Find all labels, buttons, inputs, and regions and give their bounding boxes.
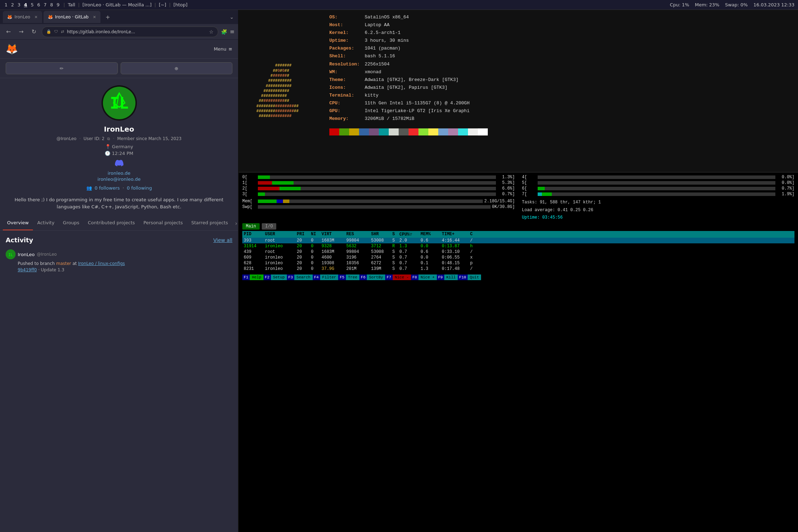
bookmark-icon[interactable]: ☆ xyxy=(209,29,214,35)
gitlab-logo[interactable]: 🦊 xyxy=(6,43,18,55)
htop-tab-io[interactable]: I/O xyxy=(262,223,277,230)
tab1-close-icon[interactable]: ✕ xyxy=(34,15,37,19)
tab-overview[interactable]: Overview xyxy=(3,216,33,230)
cpu4-bar xyxy=(538,175,776,179)
tab-contributed-projects[interactable]: Contributed projects xyxy=(83,216,139,230)
col-c: C xyxy=(470,232,481,237)
fn5[interactable]: F5 Tree xyxy=(338,274,359,280)
pri-8231: 20 xyxy=(297,266,311,271)
cpu-meter-right: 4[ 0.0%] 5[ 0.0%] 6[ 0.7%] xyxy=(522,175,795,197)
mem-fill xyxy=(258,200,289,203)
ws-1[interactable]: 1 xyxy=(4,2,8,7)
profile-location: 📍 Germany xyxy=(105,144,133,149)
tab2-close-icon[interactable]: ✕ xyxy=(93,15,96,19)
fn3[interactable]: F3 Search xyxy=(287,274,313,280)
info-os: OS: SatalinOS x86_64 xyxy=(329,13,792,21)
f7-nice-minus: Nice - xyxy=(393,274,411,280)
svg-text:IL: IL xyxy=(8,253,13,257)
kernel-val: 6.2.5-arch1-1 xyxy=(365,29,400,37)
ws-2[interactable]: 2 xyxy=(10,2,15,7)
os-val: SatalinOS x86_64 xyxy=(365,13,409,21)
fn9[interactable]: F9 Kill xyxy=(437,274,458,280)
tab-ironleo-gitlab-active[interactable]: 🦊 IronLeo · GitLab ✕ xyxy=(44,11,100,23)
fn4[interactable]: F4 Filter xyxy=(313,274,339,280)
tab-ironleo-inactive[interactable]: 🦊 IronLeo ✕ xyxy=(3,11,42,23)
following-link[interactable]: 0 following xyxy=(127,185,152,191)
icons-val: Adwaita [GTK2], Papirus [GTK3] xyxy=(365,84,447,92)
edit-profile-button[interactable]: ✏ xyxy=(6,62,118,74)
res-628: 10356 xyxy=(346,261,371,266)
htop-row-393[interactable]: 393 root 20 0 1683M 99804 53008 S 2.0 0.… xyxy=(242,238,794,243)
fn8[interactable]: F8 Nice + xyxy=(411,274,437,280)
ws-9[interactable]: 9 xyxy=(56,2,60,7)
tab2-favicon: 🦊 xyxy=(48,15,53,19)
cpu1-label: 1[ xyxy=(242,180,256,185)
theme-label: Theme: xyxy=(329,76,365,84)
gitlab-menu-button[interactable]: Menu ≡ xyxy=(214,46,232,52)
cpu-2-meter: 2[ 6.6%] xyxy=(242,186,515,191)
reload-button[interactable]: ↻ xyxy=(29,27,39,37)
info-shell: Shell: bash 5.1.16 xyxy=(329,52,792,60)
col-ni: NI xyxy=(311,232,322,237)
fn2[interactable]: F2 Setup xyxy=(264,274,287,280)
address-bar[interactable]: 🔒 🛡 ⇄ https://gitlab.ironleo.de/IronLe..… xyxy=(42,27,218,37)
cpu-5-meter: 5[ 0.0%] xyxy=(522,180,795,185)
tab-starred-projects[interactable]: Starred projects xyxy=(187,216,232,230)
extensions-button[interactable]: 🧩 xyxy=(221,29,227,35)
tab-activity[interactable]: Activity xyxy=(33,216,59,230)
htop-section[interactable]: 0[ 1.3%] 1[ xyxy=(239,173,798,532)
icons-label: Icons: xyxy=(329,84,365,92)
meta-separator-2: · xyxy=(113,136,114,141)
activity-header: Activity View all xyxy=(6,236,232,244)
tab-personal-projects[interactable]: Personal projects xyxy=(139,216,187,230)
cpu-439: 0.7 xyxy=(399,249,421,254)
view-all-link[interactable]: View all xyxy=(213,237,232,243)
tab1-favicon: 🦊 xyxy=(7,15,12,19)
c-393: / xyxy=(470,238,481,243)
followers-link[interactable]: 0 followers xyxy=(95,185,120,191)
cpu4-label: 4[ xyxy=(522,175,536,180)
tab-groups[interactable]: Groups xyxy=(59,216,83,230)
workspace-switcher[interactable]: 1 2 3 4 5 6 7 8 9 | Tall | [IronLeo · Gi… xyxy=(4,2,187,7)
htop-tab-main[interactable]: Main xyxy=(242,223,260,230)
htop-row-31914[interactable]: 31914 ironleo 20 0 9328 5632 3712 R 1.3 … xyxy=(242,243,794,249)
forward-button[interactable]: → xyxy=(16,27,26,37)
cpu-val: 11th Gen Intel i5-1135G7 (8) @ 4.200GH xyxy=(365,99,469,107)
ws-4[interactable]: 4 xyxy=(23,2,28,7)
fn6[interactable]: F6 SortBy xyxy=(359,274,385,280)
menu-label: Menu xyxy=(214,46,226,52)
back-button[interactable]: ← xyxy=(4,27,13,37)
cpu5-label: 5[ xyxy=(522,180,536,185)
ws-8[interactable]: 8 xyxy=(49,2,54,7)
user-ironleo-628: ironleo xyxy=(265,261,297,266)
commit-hash[interactable]: 9b419ff0 xyxy=(18,267,37,272)
url-text[interactable]: https://gitlab.ironleo.de/IronLe... xyxy=(67,29,206,34)
repo-link[interactable]: IronLeo / linux-configs xyxy=(78,261,125,266)
feed-button[interactable]: ⊕ xyxy=(121,62,233,74)
ws-5[interactable]: 5 xyxy=(30,2,35,7)
tabs-scroll-right-icon[interactable]: › xyxy=(232,216,238,230)
color-palette xyxy=(329,128,792,135)
ws-7[interactable]: 7 xyxy=(42,2,47,7)
fn10[interactable]: F10 Quit xyxy=(458,274,481,280)
mem-628: 0.1 xyxy=(421,261,442,266)
htop-tabs: Main I/O xyxy=(242,223,794,230)
discord-icon xyxy=(115,159,123,169)
htop-row-439[interactable]: 439 root 20 0 1683M 99804 53008 S 0.7 0.… xyxy=(242,249,794,255)
fn1[interactable]: F1 Help xyxy=(242,274,264,280)
htop-row-609[interactable]: 609 ironleo 20 0 4600 3196 2764 S 0.7 0.… xyxy=(242,255,794,260)
cpu0-fill xyxy=(258,175,270,179)
new-tab-button[interactable]: + xyxy=(103,12,112,22)
tab-menu-button[interactable]: ⌄ xyxy=(230,14,235,20)
htop-row-628[interactable]: 628 ironleo 20 0 19308 10356 6272 S 0.7 … xyxy=(242,260,794,266)
fn7[interactable]: F7 Nice - xyxy=(385,274,411,280)
browser-menu-button[interactable]: ≡ xyxy=(230,28,235,35)
website-link[interactable]: ironleo.de xyxy=(108,170,131,176)
ws-3[interactable]: 3 xyxy=(17,2,22,7)
copy-userid-icon[interactable]: ⧉ xyxy=(107,137,110,141)
profile-section: IL IronLeo @IronLeo · User ID: 2 ⧉ · Mem… xyxy=(0,78,238,216)
htop-row-8231[interactable]: 8231 ironleo 20 0 37.9G 201M 139M S 0.7 … xyxy=(242,266,794,272)
email-link[interactable]: ironleo@ironleo.de xyxy=(97,177,140,182)
cpu-393: 2.0 xyxy=(399,238,421,243)
ws-6[interactable]: 6 xyxy=(36,2,41,7)
